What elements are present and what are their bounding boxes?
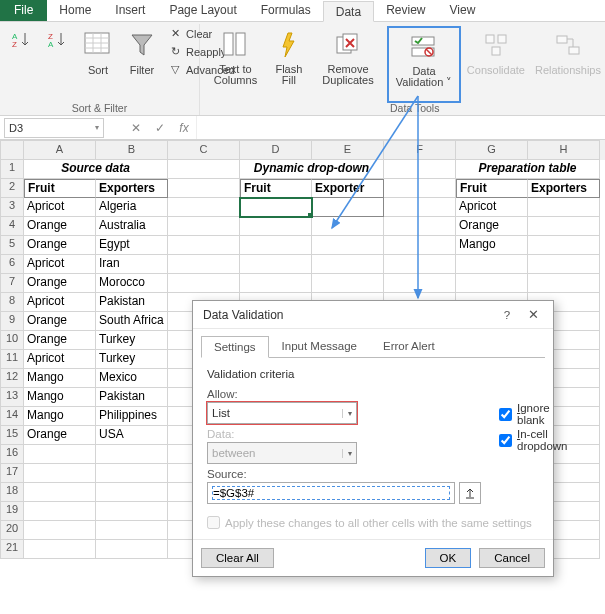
col-A[interactable]: A	[24, 140, 96, 160]
cell[interactable]: Fruit	[240, 179, 312, 198]
cell[interactable]: Pakistan	[96, 293, 168, 312]
cell[interactable]	[24, 502, 96, 521]
cell[interactable]: Dynamic drop-down	[240, 160, 384, 179]
cell[interactable]	[384, 179, 456, 198]
cell[interactable]: Preparation table	[456, 160, 600, 179]
row-header[interactable]: 14	[0, 407, 24, 426]
cell[interactable]	[24, 445, 96, 464]
text-to-columns-button[interactable]: Text to Columns	[204, 26, 267, 103]
data-validation-button[interactable]: Data Validation ˅	[387, 26, 461, 103]
cell[interactable]: Orange	[24, 217, 96, 236]
cell[interactable]	[312, 217, 384, 236]
col-E[interactable]: E	[312, 140, 384, 160]
cell[interactable]	[528, 236, 600, 255]
cell[interactable]: Mango	[24, 407, 96, 426]
cell[interactable]	[312, 198, 384, 217]
range-picker-button[interactable]	[459, 482, 481, 504]
cell[interactable]: Apricot	[24, 198, 96, 217]
sort-asc-button[interactable]: AZ	[6, 26, 38, 54]
select-all-corner[interactable]	[0, 140, 24, 160]
cell[interactable]	[96, 464, 168, 483]
cell[interactable]: Exporters	[528, 179, 600, 198]
cancel-button[interactable]: Cancel	[479, 548, 545, 568]
col-D[interactable]: D	[240, 140, 312, 160]
cell[interactable]: Orange	[24, 236, 96, 255]
cell[interactable]	[240, 217, 312, 236]
cell[interactable]: Apricot	[24, 350, 96, 369]
cell[interactable]	[528, 217, 600, 236]
cell[interactable]	[456, 255, 528, 274]
cell[interactable]: Apricot	[24, 293, 96, 312]
row-header[interactable]: 7	[0, 274, 24, 293]
tab-formulas[interactable]: Formulas	[249, 0, 323, 21]
cell[interactable]: Mango	[456, 236, 528, 255]
cell[interactable]	[168, 274, 240, 293]
cell[interactable]: Exporter	[312, 179, 384, 198]
cell[interactable]: Mango	[24, 388, 96, 407]
cell[interactable]	[384, 198, 456, 217]
tab-input-message[interactable]: Input Message	[269, 335, 370, 357]
cell[interactable]: Morocco	[96, 274, 168, 293]
cell[interactable]: Fruit	[24, 179, 96, 198]
fill-handle[interactable]	[308, 213, 312, 217]
allow-combo[interactable]: List	[207, 402, 357, 424]
col-C[interactable]: C	[168, 140, 240, 160]
cell[interactable]: Australia	[96, 217, 168, 236]
cell[interactable]: Orange	[24, 426, 96, 445]
dialog-titlebar[interactable]: Data Validation ? ✕	[193, 301, 553, 329]
tab-page-layout[interactable]: Page Layout	[157, 0, 248, 21]
row-header[interactable]: 4	[0, 217, 24, 236]
cell[interactable]: Turkey	[96, 350, 168, 369]
cell[interactable]	[528, 255, 600, 274]
row-header[interactable]: 6	[0, 255, 24, 274]
cell[interactable]: Egypt	[96, 236, 168, 255]
row-header[interactable]: 19	[0, 502, 24, 521]
cell[interactable]	[312, 255, 384, 274]
ignore-blank-input[interactable]	[499, 408, 512, 421]
flash-fill-button[interactable]: Flash Fill	[269, 26, 309, 103]
cell[interactable]	[240, 255, 312, 274]
cell[interactable]	[384, 255, 456, 274]
cell[interactable]	[384, 274, 456, 293]
cell[interactable]: Orange	[24, 312, 96, 331]
cell[interactable]: USA	[96, 426, 168, 445]
tab-view[interactable]: View	[438, 0, 488, 21]
col-B[interactable]: B	[96, 140, 168, 160]
cell[interactable]	[528, 274, 600, 293]
row-header[interactable]: 15	[0, 426, 24, 445]
ignore-blank-checkbox[interactable]: IIgnore blankgnore blank	[499, 402, 568, 426]
row-header[interactable]: 11	[0, 350, 24, 369]
row-header[interactable]: 18	[0, 483, 24, 502]
row-header[interactable]: 2	[0, 179, 24, 198]
cell[interactable]: Mango	[24, 369, 96, 388]
cell[interactable]: Turkey	[96, 331, 168, 350]
tab-data[interactable]: Data	[323, 1, 374, 22]
cell[interactable]: South Africa	[96, 312, 168, 331]
row-header[interactable]: 21	[0, 540, 24, 559]
cell[interactable]: Apricot	[24, 255, 96, 274]
cell[interactable]	[240, 236, 312, 255]
sort-desc-button[interactable]: ZA	[42, 26, 74, 54]
incell-dd-input[interactable]	[499, 434, 512, 447]
tab-review[interactable]: Review	[374, 0, 437, 21]
row-header[interactable]: 8	[0, 293, 24, 312]
cell[interactable]	[96, 483, 168, 502]
col-G[interactable]: G	[456, 140, 528, 160]
cell[interactable]: Fruit	[456, 179, 528, 198]
cancel-formula-button[interactable]: ✕	[124, 121, 148, 135]
enter-formula-button[interactable]: ✓	[148, 121, 172, 135]
cell[interactable]	[384, 236, 456, 255]
row-header[interactable]: 17	[0, 464, 24, 483]
cell[interactable]	[96, 445, 168, 464]
cell[interactable]: Exporters	[96, 179, 168, 198]
cell[interactable]	[384, 160, 456, 179]
name-box[interactable]: D3	[4, 118, 104, 138]
clear-all-button[interactable]: Clear All	[201, 548, 274, 568]
row-header[interactable]: 16	[0, 445, 24, 464]
cell[interactable]: Orange	[24, 274, 96, 293]
cell[interactable]	[24, 540, 96, 559]
insert-function-button[interactable]: fx	[172, 121, 196, 135]
cell[interactable]	[24, 521, 96, 540]
row-header[interactable]: 3	[0, 198, 24, 217]
remove-duplicates-button[interactable]: Remove Duplicates	[311, 26, 385, 103]
